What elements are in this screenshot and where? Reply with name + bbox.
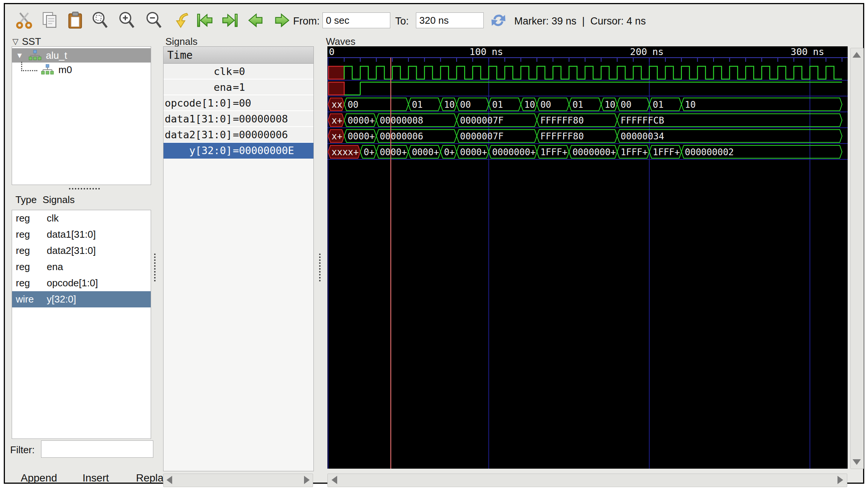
scroll-right-icon[interactable] [304, 476, 310, 484]
waves-canvas[interactable]: 0100ns200ns300nsxx0001100001100001100001… [327, 46, 848, 469]
svg-text:1FFF+: 1FFF+ [540, 147, 567, 157]
tree-node-label: m0 [58, 64, 72, 76]
module-hierarchy-icon [29, 50, 41, 61]
svg-text:00: 00 [460, 99, 471, 110]
signals-panel: Time clk=0ena=1opcode[1:0]=00data1[31:0]… [163, 46, 314, 471]
svg-text:ns: ns [492, 46, 503, 57]
sst-tree: ▼ alu_t [12, 46, 151, 185]
reload-icon[interactable] [489, 11, 508, 30]
filter-input[interactable] [41, 440, 153, 458]
cut-icon[interactable] [15, 11, 34, 30]
signal-value: =00000006 [233, 129, 288, 141]
svg-text:0000+: 0000+ [348, 131, 375, 142]
svg-text:000000002: 000000002 [685, 147, 734, 157]
app-frame: From: To: Marker: 39 ns | Cursor: 4 ns ▽… [4, 3, 864, 484]
svg-text:0000+: 0000+ [348, 115, 375, 126]
svg-text:01: 01 [492, 99, 503, 110]
svg-text:xx: xx [332, 99, 342, 110]
waves-vscrollbar[interactable] [850, 48, 864, 469]
svg-text:01: 01 [572, 99, 583, 110]
svg-text:FFFFFFCB: FFFFFFCB [620, 115, 664, 126]
insert-button[interactable]: Insert [77, 470, 114, 486]
svg-text:0000+: 0000+ [460, 147, 487, 157]
sst-header[interactable]: ▽ SST [12, 36, 41, 47]
waves-hscrollbar[interactable] [327, 474, 847, 487]
fetch-left-edge-icon[interactable] [195, 11, 214, 30]
to-input[interactable] [416, 12, 484, 28]
signal-type: reg [16, 245, 43, 257]
svg-text:1FFF+: 1FFF+ [620, 147, 648, 157]
svg-text:100: 100 [469, 46, 486, 57]
scroll-left-icon[interactable] [167, 476, 172, 484]
scroll-down-icon[interactable] [853, 459, 861, 465]
browser-row-ena[interactable]: regena [12, 259, 151, 275]
signal-type: reg [16, 212, 43, 224]
svg-text:01: 01 [653, 99, 664, 110]
browser-row-y[32:0][interactable]: wirey[32:0] [12, 291, 151, 307]
zoom-out-icon[interactable] [145, 11, 164, 30]
svg-text:00000034: 00000034 [620, 131, 664, 142]
signal-row-y[32:0][interactable]: y[32:0]=00000000E [164, 143, 313, 159]
scroll-right-icon[interactable] [837, 476, 843, 484]
svg-text:0000000+: 0000000+ [572, 147, 616, 157]
signals-panel-title: Signals [165, 36, 197, 47]
pane-resize-handle-horizontal[interactable] [69, 188, 100, 189]
signal-type: reg [16, 261, 43, 273]
svg-text:0000+: 0000+ [380, 147, 407, 157]
sst-expander-icon[interactable]: ▽ [12, 37, 18, 46]
signal-value: =00000008 [233, 113, 288, 125]
browser-row-opcode[1:0][interactable]: regopcode[1:0] [12, 275, 151, 291]
signal-row-ena[interactable]: ena=1 [164, 79, 313, 95]
copy-icon[interactable] [40, 11, 59, 30]
expander-down-icon[interactable]: ▼ [16, 51, 23, 60]
paste-icon[interactable] [66, 11, 85, 30]
svg-text:01: 01 [412, 99, 423, 110]
filter-label: Filter: [10, 444, 35, 456]
browser-row-clk[interactable]: regclk [12, 210, 151, 226]
from-input[interactable] [322, 12, 390, 28]
discard-right-icon[interactable] [273, 11, 292, 30]
pane-resize-handle-right[interactable] [319, 254, 321, 281]
signal-type: reg [16, 229, 43, 240]
svg-text:x+: x+ [332, 115, 342, 126]
zoom-in-icon[interactable] [118, 11, 136, 30]
shift-left-icon[interactable] [173, 11, 192, 30]
svg-text:10: 10 [524, 99, 535, 110]
signal-row-opcode[1:0][interactable]: opcode[1:0]=00 [164, 95, 313, 111]
svg-text:00: 00 [540, 99, 551, 110]
discard-left-icon[interactable] [246, 11, 265, 30]
svg-text:ns: ns [653, 46, 664, 57]
scroll-left-icon[interactable] [332, 476, 337, 484]
signal-name: data2[31:0] [47, 245, 96, 257]
zoom-fit-icon[interactable] [91, 11, 110, 30]
svg-text:ns: ns [813, 46, 824, 57]
signals-hscrollbar[interactable] [163, 474, 313, 487]
tree-connector [21, 62, 37, 71]
pane-resize-handle-left[interactable] [154, 254, 156, 281]
svg-text:0: 0 [329, 46, 335, 57]
signal-name-rows: clk=0ena=1opcode[1:0]=00data1[31:0]=0000… [164, 64, 313, 159]
signal-row-clk[interactable]: clk=0 [164, 64, 313, 79]
tree-node-m0[interactable]: m0 [12, 63, 151, 77]
signal-browser-list: regclkregdata1[31:0]regdata2[31:0]regena… [12, 210, 151, 439]
signal-row-data1[31:0][interactable]: data1[31:0]=00000008 [164, 111, 313, 127]
svg-text:xxxx+: xxxx+ [332, 147, 359, 157]
svg-text:FFFFFF80: FFFFFF80 [540, 131, 584, 142]
svg-text:200: 200 [630, 46, 647, 57]
tree-node-alu_t[interactable]: ▼ alu_t [12, 48, 151, 63]
time-header[interactable]: Time [164, 47, 313, 64]
signal-name: clk [164, 66, 232, 77]
scroll-up-icon[interactable] [853, 52, 861, 58]
signal-name: data2[31:0] [164, 129, 232, 141]
browser-row-data2[31:0][interactable]: regdata2[31:0] [12, 243, 151, 259]
svg-text:1FFF+: 1FFF+ [653, 147, 680, 157]
signal-value: =00 [233, 97, 251, 109]
fetch-right-edge-icon[interactable] [221, 11, 240, 30]
svg-text:0000+: 0000+ [412, 147, 439, 157]
svg-text:10: 10 [605, 99, 616, 110]
append-button[interactable]: Append [15, 470, 63, 486]
signal-value: =00000000E [233, 145, 294, 156]
signal-row-data2[31:0][interactable]: data2[31:0]=00000006 [164, 127, 313, 143]
signal-name: ena [47, 261, 63, 273]
browser-row-data1[31:0][interactable]: regdata1[31:0] [12, 226, 151, 243]
